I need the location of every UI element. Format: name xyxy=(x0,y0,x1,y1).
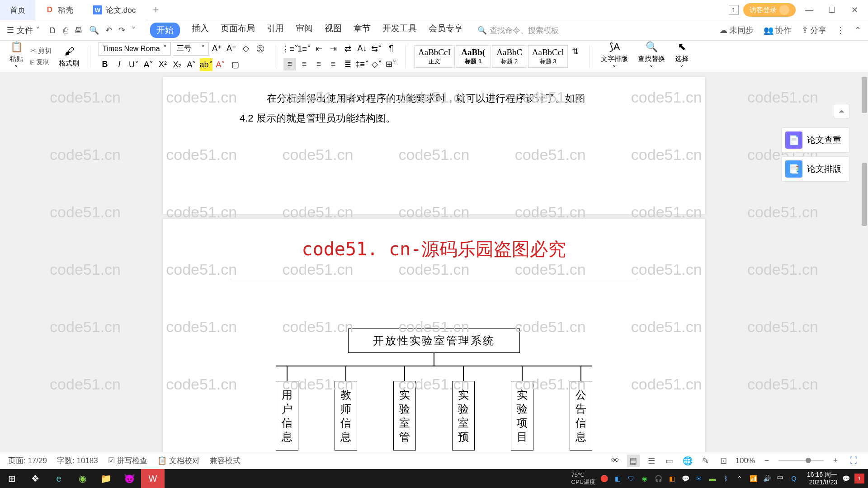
cut-button[interactable]: ✂剪切 xyxy=(30,47,52,55)
print-preview-icon[interactable]: ⎙ xyxy=(61,26,71,35)
tab-insert[interactable]: 插入 xyxy=(192,23,209,38)
font-color-button[interactable]: A˅ xyxy=(214,58,227,71)
tab-home[interactable]: 首页 xyxy=(0,0,35,20)
explorer-icon[interactable]: 📁 xyxy=(94,469,118,488)
strike-button[interactable]: A̶˅ xyxy=(142,58,155,71)
tray-icon[interactable]: 🛑 xyxy=(599,474,609,483)
print-icon[interactable]: 🖶 xyxy=(72,26,85,35)
style-h3[interactable]: AaBbCcl标题 3 xyxy=(528,45,568,68)
tray-icon[interactable]: Q xyxy=(789,474,799,483)
decrease-font-icon[interactable]: A⁻ xyxy=(225,42,238,55)
page-indicator[interactable]: 页面: 17/29 xyxy=(8,455,47,466)
subscript-button[interactable]: X₂ xyxy=(171,58,184,71)
font-size-select[interactable]: 三号˅ xyxy=(173,42,209,56)
thesis-layout-button[interactable]: 📑 论文排版 xyxy=(781,156,850,182)
close-button[interactable]: ✕ xyxy=(845,1,863,19)
borders-icon[interactable]: ⊞˅ xyxy=(385,58,397,70)
distribute-icon[interactable]: ≣ xyxy=(341,58,354,70)
wps-icon[interactable]: W xyxy=(141,469,165,488)
ie-icon[interactable]: e xyxy=(47,469,71,488)
save-icon[interactable]: 🗋 xyxy=(46,26,60,35)
tray-icon[interactable]: 💬 xyxy=(680,474,690,483)
share-button[interactable]: ⇪分享 xyxy=(802,25,826,36)
select-button[interactable]: ⬉ 选择˅ xyxy=(672,40,691,72)
phonetic-icon[interactable]: ㉆ xyxy=(254,42,267,55)
tray-icon[interactable]: 🎧 xyxy=(653,474,663,483)
format-painter-button[interactable]: 🖌 格式刷 xyxy=(56,45,82,68)
align-justify-icon[interactable]: ≡ xyxy=(327,58,340,70)
ribbon-collapse-icon[interactable]: ⌃ xyxy=(854,25,861,36)
font-name-select[interactable]: Times New Roma˅ xyxy=(99,42,171,56)
page-2[interactable]: code51. cn-源码乐园盗图必究 开放性实验室管理系统 用户信息 教师信息… xyxy=(163,219,705,469)
align-left-icon[interactable]: ≡ xyxy=(283,58,296,70)
fit-icon[interactable]: ⊡ xyxy=(717,455,730,467)
preview-icon[interactable]: 🔍 xyxy=(86,25,102,35)
outline-view-icon[interactable]: ☰ xyxy=(645,455,658,467)
page-view-icon[interactable]: ▤ xyxy=(627,455,640,467)
tab-start[interactable]: 开始 xyxy=(150,23,180,38)
app-icon[interactable]: 😈 xyxy=(118,469,141,488)
style-h1[interactable]: AaBb(标题 1 xyxy=(456,45,491,68)
tray-icon[interactable]: ◉ xyxy=(640,474,650,483)
tab-member[interactable]: 会员专享 xyxy=(429,23,463,38)
clear-format-icon[interactable]: ◇ xyxy=(240,42,252,55)
browser-icon[interactable]: ◉ xyxy=(71,469,94,488)
decrease-indent-icon[interactable]: ⇤ xyxy=(312,42,325,55)
undo-icon[interactable]: ↶ xyxy=(103,25,115,35)
zoom-slider[interactable] xyxy=(778,460,824,461)
task-app-1[interactable]: ❖ xyxy=(24,469,47,488)
tray-icon[interactable]: ◧ xyxy=(667,474,677,483)
tab-reference[interactable]: 引用 xyxy=(267,23,284,38)
vertical-scrollbar[interactable] xyxy=(861,72,868,452)
ribbon-more-icon[interactable]: ⋮ xyxy=(836,25,844,36)
increase-indent-icon[interactable]: ⇥ xyxy=(327,42,340,55)
tab-char-icon[interactable]: ⇆˅ xyxy=(370,42,383,55)
align-right-icon[interactable]: ≡ xyxy=(312,58,325,70)
bullet-list-icon[interactable]: ⋮≡˅ xyxy=(283,42,296,55)
tray-icon[interactable]: 🛡 xyxy=(626,474,636,483)
fullscreen-icon[interactable]: ⛶ xyxy=(847,455,860,467)
window-count[interactable]: 1 xyxy=(729,5,739,15)
italic-button[interactable]: I xyxy=(113,58,126,71)
guest-login[interactable]: 访客登录 xyxy=(743,3,796,17)
tab-review[interactable]: 审阅 xyxy=(296,23,313,38)
copy-button[interactable]: ⎘复制 xyxy=(30,58,52,66)
command-search[interactable]: 🔍 查找命令、搜索模板 xyxy=(477,25,559,36)
spellcheck-toggle[interactable]: ☑ 拼写检查 xyxy=(108,455,148,466)
line-spacing-icon[interactable]: ‡≡˅ xyxy=(356,58,368,70)
annotate-icon[interactable]: ✎ xyxy=(699,455,712,467)
find-replace-button[interactable]: 🔍 查找替换˅ xyxy=(635,40,668,72)
tab-view[interactable]: 视图 xyxy=(325,23,342,38)
word-count[interactable]: 字数: 10183 xyxy=(57,455,98,466)
style-body[interactable]: AaBbCcI正文 xyxy=(414,45,455,68)
notifications-icon[interactable]: 💬 xyxy=(841,474,851,483)
maximize-button[interactable]: ☐ xyxy=(823,1,841,19)
collab-button[interactable]: 👥协作 xyxy=(764,25,792,36)
side-toggle-icon[interactable]: ⏶ xyxy=(834,104,850,118)
show-marks-icon[interactable]: ¶ xyxy=(385,42,397,55)
redo-icon[interactable]: ↷ xyxy=(116,25,128,35)
tab-document[interactable]: W 论文.doc xyxy=(83,0,146,20)
zoom-value[interactable]: 100% xyxy=(736,456,755,465)
dropdown-icon[interactable]: ˅ xyxy=(129,25,138,35)
paste-button[interactable]: 📋 粘贴˅ xyxy=(7,40,26,72)
tab-devtools[interactable]: 开发工具 xyxy=(382,23,417,38)
increase-font-icon[interactable]: A⁺ xyxy=(211,42,223,55)
wifi-icon[interactable]: 📶 xyxy=(748,474,758,483)
zoom-in-icon[interactable]: + xyxy=(829,455,842,467)
eye-icon[interactable]: 👁 xyxy=(609,455,622,467)
page-1[interactable]: 在分析并得出使用者对程序的功能要求时，就可以进行程序设计了。如图 4.2 展示的… xyxy=(163,77,705,214)
highlight-button[interactable]: ab˅ xyxy=(200,58,212,71)
web-view-icon[interactable]: 🌐 xyxy=(681,455,694,467)
tray-up-icon[interactable]: ⌃ xyxy=(735,474,745,483)
sync-status[interactable]: ☁未同步 xyxy=(719,25,754,36)
thesis-check-button[interactable]: 📄 论文查重 xyxy=(781,127,850,153)
shading-icon[interactable]: ◇˅ xyxy=(370,58,383,70)
styles-more-icon[interactable]: ⇅ xyxy=(569,45,581,58)
paragraph[interactable]: 4.2 展示的就是管理员功能结构图。 xyxy=(240,108,628,128)
sort-icon[interactable]: A↓ xyxy=(356,42,368,55)
ime-indicator[interactable]: 中 xyxy=(775,474,785,483)
bluetooth-icon[interactable]: ᛒ xyxy=(721,474,731,483)
tray-icon[interactable]: ✉ xyxy=(694,474,704,483)
volume-icon[interactable]: 🔊 xyxy=(762,474,772,483)
